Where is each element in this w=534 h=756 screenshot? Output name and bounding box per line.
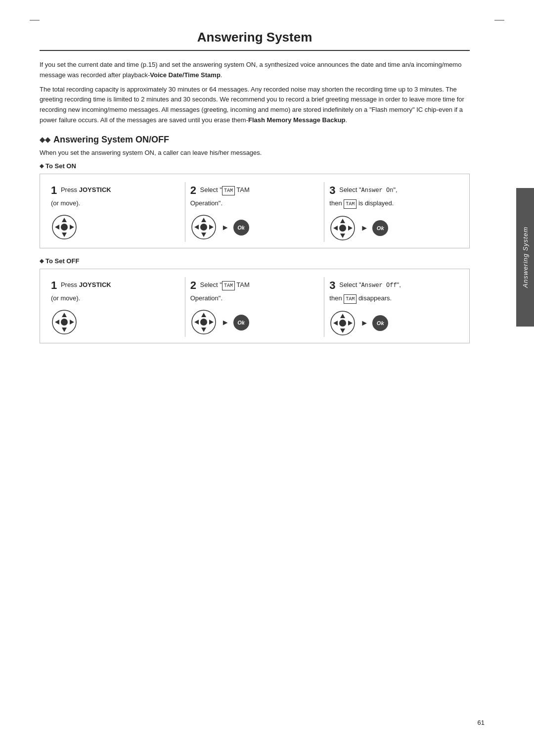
svg-marker-32 xyxy=(340,329,345,333)
section-heading: ◆◆ Answering System ON/OFF xyxy=(40,135,470,145)
ok-button-off-2: Ok xyxy=(233,315,249,331)
svg-marker-34 xyxy=(348,321,353,326)
intro-p2-end: . xyxy=(346,116,348,124)
set-on-step1-text: Press JOYSTICK(or move). xyxy=(51,186,111,207)
corner-mark-tr xyxy=(494,20,504,21)
set-off-text: To Set OFF xyxy=(45,257,79,265)
side-tab-label: Answering System xyxy=(522,227,529,288)
set-off-step-1: 1 Press JOYSTICK(or move). xyxy=(46,277,185,336)
svg-marker-31 xyxy=(340,314,345,318)
joystick-icon-on-1 xyxy=(51,214,78,241)
intro-paragraph-2: The total recording capacity is approxim… xyxy=(40,85,470,126)
svg-point-23 xyxy=(61,319,68,326)
set-on-diamond: ◆ xyxy=(40,163,44,169)
answer-off-code: Answer Off xyxy=(361,282,397,289)
set-on-step3-text: Select "Answer On",then TAM is displayed… xyxy=(329,186,397,207)
set-off-step2-number: 2 xyxy=(190,279,196,291)
set-on-step-3: 3 Select "Answer On",then TAM is display… xyxy=(324,182,463,242)
svg-marker-4 xyxy=(70,225,74,230)
answer-on-code: Answer On xyxy=(361,187,394,194)
set-off-steps-box: 1 Press JOYSTICK(or move). xyxy=(40,269,470,343)
set-off-steps-row: 1 Press JOYSTICK(or move). xyxy=(46,277,463,337)
svg-marker-8 xyxy=(201,233,206,237)
svg-marker-20 xyxy=(62,328,67,332)
set-off-step2-header: 2 Select "TAM TAMOperation". xyxy=(190,277,250,303)
set-on-step-2: 2 Select "TAM TAMOperation". ► xyxy=(185,182,324,241)
tam-icon-on-3: TAM xyxy=(344,199,356,209)
svg-marker-9 xyxy=(194,225,199,230)
set-on-step1-number: 1 xyxy=(51,184,57,196)
set-on-label: ◆ To Set ON xyxy=(40,162,470,170)
ok-button-on-3: Ok xyxy=(372,220,388,236)
svg-marker-7 xyxy=(201,218,206,222)
intro-p2-bold: Flash Memory Message Backup xyxy=(248,116,346,124)
arrow-on-3: ► xyxy=(360,224,368,233)
set-off-label: ◆ To Set OFF xyxy=(40,257,470,265)
set-off-step2-text: Select "TAM TAMOperation". xyxy=(190,281,250,302)
set-on-step3-icon-row: ► Ok xyxy=(329,215,388,242)
intro-p1-text: If you set the current date and time (p.… xyxy=(40,61,461,79)
side-tab: Answering System xyxy=(516,188,534,327)
page-container: Answering System Answering System If you… xyxy=(0,0,534,756)
svg-point-29 xyxy=(200,319,207,326)
set-off-step2-icon-row: ► Ok xyxy=(190,309,249,336)
page-number: 61 xyxy=(478,719,485,726)
svg-marker-15 xyxy=(333,226,338,231)
joystick-small-off-2 xyxy=(190,309,218,336)
svg-marker-1 xyxy=(62,218,67,222)
joystick-icon-off-1 xyxy=(51,309,78,336)
page-title: Answering System xyxy=(40,30,470,51)
svg-marker-21 xyxy=(55,320,59,325)
svg-marker-26 xyxy=(201,328,206,332)
svg-marker-28 xyxy=(209,320,214,325)
svg-marker-2 xyxy=(62,233,67,237)
set-on-steps-box: 1 Press JOYSTICK(or move). xyxy=(40,174,470,248)
section-title: Answering System ON/OFF xyxy=(53,135,169,145)
tam-icon-off-3: TAM xyxy=(344,294,356,304)
set-off-step1-text: Press JOYSTICK(or move). xyxy=(51,281,111,302)
set-on-step2-text: Select "TAM TAMOperation". xyxy=(190,186,250,207)
svg-point-11 xyxy=(200,224,207,231)
intro-p1-bold: Voice Date/Time Stamp xyxy=(150,71,221,79)
svg-marker-19 xyxy=(62,313,67,317)
main-content: Answering System If you set the current … xyxy=(40,30,494,343)
ok-button-off-3: Ok xyxy=(372,315,388,331)
tam-icon-on-2: TAM xyxy=(222,186,235,195)
set-off-diamond: ◆ xyxy=(40,258,44,264)
svg-marker-16 xyxy=(348,226,353,231)
svg-marker-33 xyxy=(333,321,338,326)
set-on-step3-number: 3 xyxy=(329,184,335,196)
set-on-steps-row: 1 Press JOYSTICK(or move). xyxy=(46,182,463,242)
set-off-step3-icon-row: ► Ok xyxy=(329,310,388,337)
svg-marker-14 xyxy=(340,234,345,238)
set-off-step1-icon-row xyxy=(51,309,78,336)
set-off-step-2: 2 Select "TAM TAMOperation". ► xyxy=(185,277,324,336)
joystick-small-on-3 xyxy=(329,215,356,242)
set-on-step1-header: 1 Press JOYSTICK(or move). xyxy=(51,182,111,208)
svg-marker-10 xyxy=(209,225,214,230)
intro-paragraph-1: If you set the current date and time (p.… xyxy=(40,60,470,81)
diamond-icon-1: ◆◆ xyxy=(40,136,50,143)
corner-mark-tl xyxy=(30,20,40,21)
set-on-step-1: 1 Press JOYSTICK(or move). xyxy=(46,182,185,241)
set-on-step2-number: 2 xyxy=(190,184,196,196)
tam-icon-off-2: TAM xyxy=(222,281,235,290)
svg-point-5 xyxy=(61,224,68,231)
arrow-off-3: ► xyxy=(360,319,368,328)
svg-point-17 xyxy=(339,225,346,232)
set-off-step3-text: Select "Answer Off",then TAM disappears. xyxy=(329,281,400,302)
joystick-small-off-3 xyxy=(329,310,356,337)
section-subtitle: When you set the answering system ON, a … xyxy=(40,149,470,156)
arrow-on-2: ► xyxy=(222,223,229,232)
set-off-step1-number: 1 xyxy=(51,279,57,291)
arrow-off-2: ► xyxy=(222,318,229,327)
set-off-step3-number: 3 xyxy=(329,279,335,291)
svg-marker-13 xyxy=(340,219,345,223)
svg-marker-3 xyxy=(55,225,59,230)
set-on-step3-header: 3 Select "Answer On",then TAM is display… xyxy=(329,182,397,209)
set-off-step-3: 3 Select "Answer Off",then TAM disappear… xyxy=(324,277,463,337)
svg-marker-27 xyxy=(194,320,199,325)
joystick-small-on-2 xyxy=(190,214,218,241)
set-off-step1-header: 1 Press JOYSTICK(or move). xyxy=(51,277,111,303)
ok-button-on-2: Ok xyxy=(233,220,249,236)
